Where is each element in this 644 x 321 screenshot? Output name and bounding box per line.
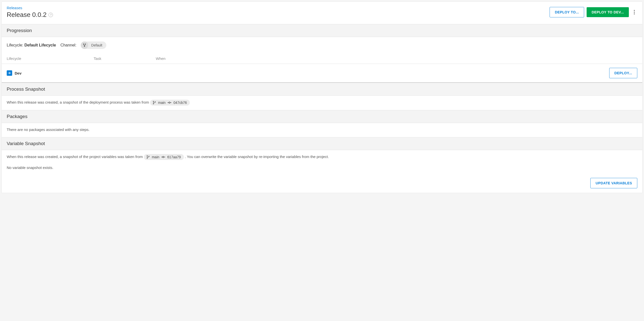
channel-branch-icon [81,42,88,49]
release-page: Releases Release 0.0.2 ? DEPLOY TO... DE… [2,2,642,193]
col-lifecycle: Lifecycle [7,56,94,60]
variable-snapshot-body: When this release was created, a snapsho… [2,150,642,175]
process-snapshot-commit: 047cb76 [174,100,187,104]
variable-snapshot-git-chip[interactable]: main 617aa79 [144,154,184,160]
variable-snapshot-text-before: When this release was created, a snapsho… [7,154,144,159]
progression-row-dev: Dev DEPLOY... [2,64,642,83]
variable-snapshot-commit: 617aa79 [167,155,181,159]
header-left: Releases Release 0.0.2 ? [7,6,53,19]
process-snapshot-branch: main [158,100,166,104]
lifecycle-display: Lifecycle: Default Lifecycle [7,43,56,48]
svg-point-7 [169,102,170,103]
lifecycle-channel-row: Lifecycle: Default Lifecycle Channel: De… [7,42,637,49]
channel-label: Channel: [60,43,76,48]
variable-snapshot-heading: Variable Snapshot [2,137,642,150]
variable-snapshot-none: No variable snapshot exists. [7,165,637,171]
page-title: Release 0.0.2 ? [7,11,53,19]
update-variables-button[interactable]: UPDATE VARIABLES [590,178,637,188]
git-branch-icon [152,101,156,104]
git-branch-icon [146,155,150,159]
breadcrumb-releases[interactable]: Releases [7,6,22,10]
process-snapshot-git-chip[interactable]: main 047cb76 [150,100,190,106]
channel-chip-label: Default [91,43,102,47]
overflow-menu-icon[interactable] [631,8,637,16]
deploy-to-dev-button[interactable]: DEPLOY TO DEV... [586,7,629,17]
svg-point-13 [163,156,164,158]
process-snapshot-body: When this release was created, a snapsho… [2,96,642,110]
git-commit-icon [168,101,172,104]
packages-text: There are no packages associated with an… [7,128,90,132]
help-icon[interactable]: ? [48,13,53,17]
variable-snapshot-line1: When this release was created, a snapsho… [7,154,637,160]
progression-heading: Progression [2,24,642,37]
packages-body: There are no packages associated with an… [2,123,642,137]
channel-chip[interactable]: Default [81,42,106,49]
process-snapshot-text: When this release was created, a snapsho… [7,100,150,104]
env-name: Dev [15,71,22,75]
col-task: Task [94,56,156,60]
progression-body: Lifecycle: Default Lifecycle Channel: De… [2,37,642,64]
git-commit-icon [161,156,165,158]
arrow-right-icon [7,70,12,76]
page-header: Releases Release 0.0.2 ? DEPLOY TO... DE… [2,2,642,24]
env-cell: Dev [7,70,22,76]
variable-snapshot-footer: UPDATE VARIABLES [2,175,642,193]
variable-snapshot-text-after: . You can overwrite the variable snapsho… [185,154,329,159]
deploy-row-button[interactable]: DEPLOY... [609,68,637,78]
page-title-text: Release 0.0.2 [7,11,46,19]
process-snapshot-heading: Process Snapshot [2,83,642,96]
progression-columns: Lifecycle Task When [7,55,637,62]
packages-heading: Packages [2,110,642,123]
lifecycle-value: Default Lifecycle [24,43,56,47]
header-actions: DEPLOY TO... DEPLOY TO DEV... [550,7,637,18]
col-when: When [156,56,637,60]
lifecycle-label: Lifecycle: [7,43,24,47]
variable-snapshot-branch: main [152,155,159,159]
deploy-to-button[interactable]: DEPLOY TO... [550,7,584,18]
